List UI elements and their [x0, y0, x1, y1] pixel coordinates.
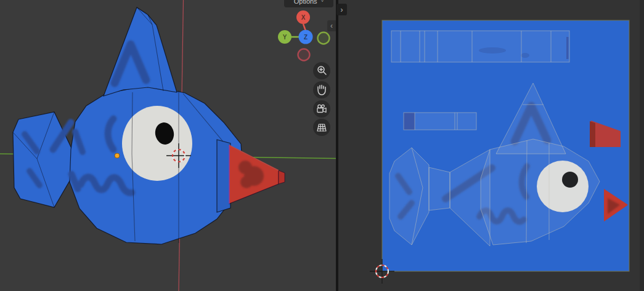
options-label: Options	[294, 0, 317, 5]
uv-editor-right-shade	[640, 0, 644, 291]
chevron-right-icon: ›	[341, 6, 343, 14]
object-origin-dot	[115, 153, 120, 158]
blender-window: X Y Z	[0, 0, 644, 291]
gizmo-neg-y-ball[interactable]	[318, 33, 330, 44]
svg-text:Y: Y	[283, 34, 287, 41]
svg-text:Z: Z	[304, 34, 308, 41]
svg-text:X: X	[301, 14, 306, 21]
chevron-left-icon: ‹	[330, 22, 333, 30]
options-button[interactable]: Options ˅	[284, 0, 333, 7]
uv-editor-canvas[interactable]	[338, 0, 644, 291]
viewport-sidebar-toggle-button[interactable]: ‹	[327, 20, 336, 31]
pan-button[interactable]	[313, 81, 330, 98]
gizmo-z-ball[interactable]: Z	[299, 30, 313, 44]
orthographic-button[interactable]	[313, 119, 330, 136]
uv-island-top-strip	[391, 31, 569, 62]
texture-image[interactable]	[382, 20, 629, 271]
gizmo-neg-x-ball[interactable]	[298, 49, 310, 61]
camera-view-button[interactable]	[313, 100, 330, 118]
gizmo-x-ball[interactable]: X	[296, 10, 310, 24]
chevron-down-icon: ˅	[321, 0, 324, 4]
gizmo-y-ball[interactable]: Y	[278, 30, 291, 44]
zoom-button[interactable]	[313, 62, 330, 79]
uv-region-toggle-button[interactable]: ›	[336, 4, 347, 15]
uv-island-small-strip	[404, 113, 476, 130]
3d-viewport-canvas[interactable]: X Y Z	[0, 0, 336, 291]
